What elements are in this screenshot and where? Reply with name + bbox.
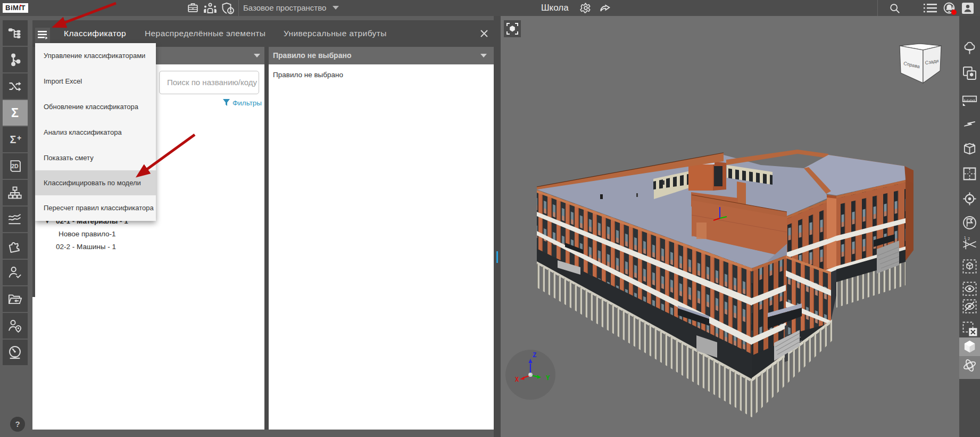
svg-text:Z: Z (533, 352, 537, 359)
svg-text:Y: Y (546, 375, 550, 382)
svg-text:1: 1 (964, 236, 966, 240)
svg-text:X: X (515, 376, 519, 384)
svg-text:2: 2 (968, 236, 970, 241)
